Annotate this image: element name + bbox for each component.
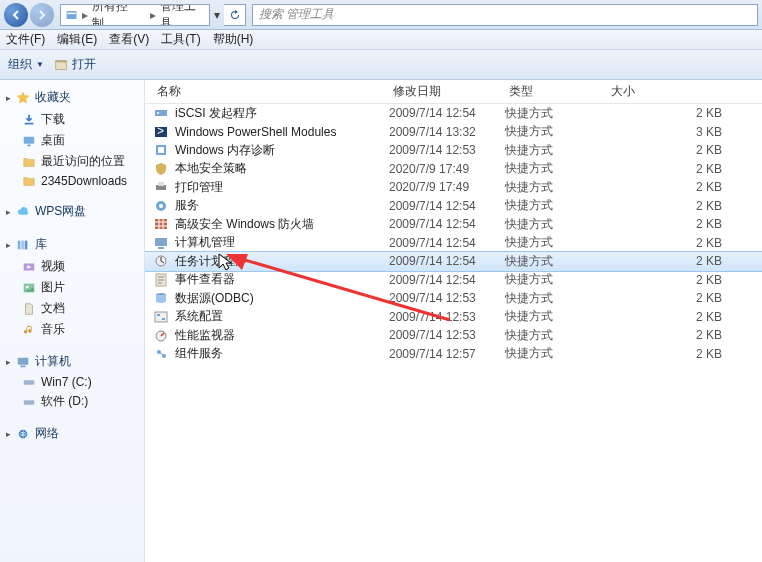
content-area: ▸ 收藏夹 下载 桌面 最近访问的位置 2345Downloads ▸ WPS网…	[0, 80, 762, 562]
forward-button[interactable]	[30, 3, 54, 27]
file-size: 2 KB	[607, 162, 762, 176]
svg-rect-13	[20, 365, 25, 367]
file-name: 任务计划程序	[175, 253, 389, 270]
sidebar-wps[interactable]: ▸ WPS网盘	[4, 200, 140, 223]
svg-rect-12	[18, 357, 29, 364]
breadcrumb-segment[interactable]: 所有控制...	[92, 4, 146, 26]
video-icon	[22, 260, 36, 274]
file-date: 2009/7/14 12:54	[389, 199, 505, 213]
menu-file[interactable]: 文件(F)	[6, 31, 45, 48]
file-size: 2 KB	[607, 236, 762, 250]
file-type: 快捷方式	[505, 160, 607, 177]
svg-rect-14	[24, 380, 35, 384]
sidebar-item-documents[interactable]: 文档	[4, 298, 140, 319]
svg-text:>_: >_	[157, 124, 169, 138]
file-row[interactable]: 任务计划程序2009/7/14 12:54快捷方式2 KB	[145, 252, 762, 271]
file-type: 快捷方式	[505, 308, 607, 325]
sidebar-item-desktop[interactable]: 桌面	[4, 130, 140, 151]
organize-button[interactable]: 组织 ▼	[8, 56, 44, 73]
file-date: 2009/7/14 12:53	[389, 310, 505, 324]
file-name: 性能监视器	[175, 327, 389, 344]
file-row[interactable]: 性能监视器2009/7/14 12:53快捷方式2 KB	[145, 326, 762, 345]
sidebar-item-videos[interactable]: 视频	[4, 256, 140, 277]
open-button[interactable]: 打开	[54, 56, 96, 73]
sidebar-item-drive-d[interactable]: 软件 (D:)	[4, 391, 140, 412]
file-size: 2 KB	[607, 291, 762, 305]
file-row[interactable]: 本地安全策略2020/7/9 17:49快捷方式2 KB	[145, 160, 762, 179]
file-icon	[153, 327, 169, 343]
menu-view[interactable]: 查看(V)	[109, 31, 149, 48]
column-name[interactable]: 名称	[153, 83, 389, 100]
file-icon	[153, 309, 169, 325]
caret-icon: ▸	[6, 429, 11, 439]
file-icon	[153, 290, 169, 306]
svg-rect-4	[24, 136, 35, 143]
file-type: 快捷方式	[505, 105, 607, 122]
organize-label: 组织	[8, 56, 32, 73]
drive-icon	[22, 395, 36, 409]
column-type[interactable]: 类型	[505, 83, 607, 100]
file-row[interactable]: 高级安全 Windows 防火墙2009/7/14 12:54快捷方式2 KB	[145, 215, 762, 234]
file-name: 系统配置	[175, 308, 389, 325]
sidebar-network[interactable]: ▸ 网络	[4, 422, 140, 445]
file-row[interactable]: Windows 内存诊断2009/7/14 12:53快捷方式2 KB	[145, 141, 762, 160]
menu-edit[interactable]: 编辑(E)	[57, 31, 97, 48]
refresh-button[interactable]	[224, 4, 246, 26]
file-size: 2 KB	[607, 106, 762, 120]
picture-icon	[22, 281, 36, 295]
file-size: 2 KB	[607, 199, 762, 213]
file-row[interactable]: iSCSI 发起程序2009/7/14 12:54快捷方式2 KB	[145, 104, 762, 123]
file-row[interactable]: 组件服务2009/7/14 12:57快捷方式2 KB	[145, 345, 762, 364]
caret-icon: ▸	[6, 207, 11, 217]
network-icon	[16, 427, 30, 441]
file-row[interactable]: >_Windows PowerShell Modules2009/7/14 13…	[145, 123, 762, 142]
file-date: 2009/7/14 12:53	[389, 143, 505, 157]
search-input[interactable]: 搜索 管理工具	[252, 4, 758, 26]
file-date: 2009/7/14 12:57	[389, 347, 505, 361]
open-icon	[54, 58, 68, 72]
column-date[interactable]: 修改日期	[389, 83, 505, 100]
column-headers: 名称 修改日期 类型 大小	[145, 80, 762, 104]
menu-help[interactable]: 帮助(H)	[213, 31, 254, 48]
svg-rect-0	[67, 10, 77, 18]
svg-rect-24	[158, 182, 164, 186]
file-icon	[153, 142, 169, 158]
back-button[interactable]	[4, 3, 28, 27]
file-icon	[153, 272, 169, 288]
sidebar-item-recent[interactable]: 最近访问的位置	[4, 151, 140, 172]
file-type: 快捷方式	[505, 197, 607, 214]
breadcrumb-segment[interactable]: 管理工具	[160, 4, 205, 26]
file-type: 快捷方式	[505, 179, 607, 196]
file-type: 快捷方式	[505, 271, 607, 288]
file-size: 2 KB	[607, 143, 762, 157]
file-icon	[153, 179, 169, 195]
sidebar-item-pictures[interactable]: 图片	[4, 277, 140, 298]
recent-icon	[22, 155, 36, 169]
file-row[interactable]: 服务2009/7/14 12:54快捷方式2 KB	[145, 197, 762, 216]
sidebar-item-music[interactable]: 音乐	[4, 319, 140, 340]
file-date: 2009/7/14 13:32	[389, 125, 505, 139]
file-icon	[153, 161, 169, 177]
breadcrumb[interactable]: ▸ 所有控制... ▸ 管理工具	[60, 4, 210, 26]
svg-rect-5	[27, 144, 31, 146]
sidebar-favorites[interactable]: ▸ 收藏夹	[4, 86, 140, 109]
file-row[interactable]: 计算机管理2009/7/14 12:54快捷方式2 KB	[145, 234, 762, 253]
file-row[interactable]: 事件查看器2009/7/14 12:54快捷方式2 KB	[145, 271, 762, 290]
column-size[interactable]: 大小	[607, 83, 762, 100]
star-icon	[16, 91, 30, 105]
file-row[interactable]: 打印管理2020/7/9 17:49快捷方式2 KB	[145, 178, 762, 197]
file-name: Windows PowerShell Modules	[175, 125, 389, 139]
sidebar-computer[interactable]: ▸ 计算机	[4, 350, 140, 373]
menu-tools[interactable]: 工具(T)	[161, 31, 200, 48]
file-date: 2009/7/14 12:53	[389, 291, 505, 305]
svg-rect-28	[155, 238, 167, 246]
address-bar: ▸ 所有控制... ▸ 管理工具 ▾ 搜索 管理工具	[0, 0, 762, 30]
file-name: 高级安全 Windows 防火墙	[175, 216, 389, 233]
file-row[interactable]: 系统配置2009/7/14 12:53快捷方式2 KB	[145, 308, 762, 327]
breadcrumb-dropdown[interactable]: ▾	[210, 0, 224, 29]
sidebar-libraries[interactable]: ▸ 库	[4, 233, 140, 256]
file-row[interactable]: 数据源(ODBC)2009/7/14 12:53快捷方式2 KB	[145, 289, 762, 308]
sidebar-item-2345[interactable]: 2345Downloads	[4, 172, 140, 190]
sidebar-item-downloads[interactable]: 下载	[4, 109, 140, 130]
sidebar-item-drive-c[interactable]: Win7 (C:)	[4, 373, 140, 391]
